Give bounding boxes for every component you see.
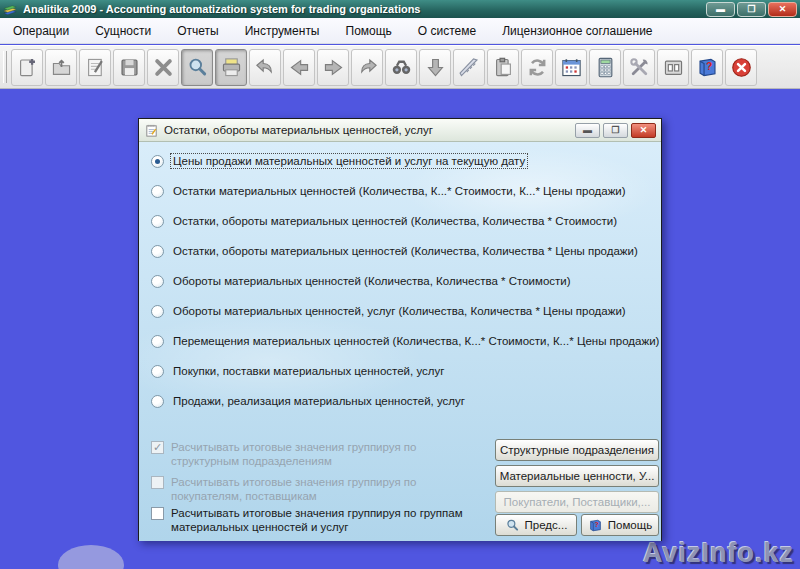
checkbox-label: Расчитывать итоговые значения группируя … <box>171 475 487 503</box>
down-arrow-icon[interactable] <box>419 49 451 86</box>
app-logo-icon <box>3 2 18 17</box>
window-close-button[interactable]: ✕ <box>768 2 797 17</box>
svg-text:?: ? <box>594 521 598 528</box>
save-icon[interactable] <box>113 49 145 86</box>
forward-arrow-icon[interactable] <box>317 49 349 86</box>
radio-icon[interactable] <box>151 365 164 378</box>
report-option-row[interactable]: Остатки, обороты материальных ценностей … <box>151 211 619 231</box>
application-window: Analitika 2009 - Accounting automatizati… <box>0 0 800 569</box>
report-selection-dialog: Остатки, обороты материальных ценностей,… <box>138 118 662 541</box>
report-option-row[interactable]: Перемещения материальных ценностей (Коли… <box>151 331 661 351</box>
report-option-row[interactable]: Покупки, поставки материальных ценностей… <box>151 361 446 381</box>
watermark-circle <box>58 545 124 569</box>
menu-about[interactable]: О системе <box>405 20 489 42</box>
radio-icon[interactable] <box>151 395 164 408</box>
dialog-maximize-button[interactable]: ❐ <box>603 123 628 138</box>
checkbox-label[interactable]: Расчитывать итоговые значения группируя … <box>171 506 487 534</box>
toolbar: ? <box>0 45 800 89</box>
checkbox-label: Расчитывать итоговые значения группируя … <box>171 440 487 468</box>
radio-icon[interactable] <box>151 185 164 198</box>
magnifier-icon <box>505 518 520 533</box>
menu-license[interactable]: Лицензионное соглашение <box>489 20 665 42</box>
redo-icon[interactable] <box>351 49 383 86</box>
report-option-row[interactable]: Остатки материальных ценностей (Количест… <box>151 181 628 201</box>
checkbox-icon[interactable] <box>151 507 164 520</box>
radio-icon[interactable] <box>151 305 164 318</box>
calculator-icon[interactable] <box>589 49 621 86</box>
print-icon[interactable] <box>215 49 247 86</box>
calendar-icon[interactable] <box>555 49 587 86</box>
help-book-icon: ? <box>588 518 603 533</box>
report-option-row[interactable]: Цены продажи материальных ценностей и ус… <box>151 151 527 171</box>
delete-icon[interactable] <box>147 49 179 86</box>
radio-icon[interactable] <box>151 245 164 258</box>
dialog-titlebar: Остатки, обороты материальных ценностей,… <box>139 119 661 142</box>
group-by-customers-checkbox-row: Расчитывать итоговые значения группируя … <box>151 475 487 503</box>
report-option-row[interactable]: Продажи, реализация материальных ценност… <box>151 391 467 411</box>
dialog-title: Остатки, обороты материальных ценностей,… <box>164 124 575 136</box>
preview-button[interactable]: Предс... <box>495 514 577 536</box>
menubar: Операции Сущности Отчеты Инструменты Пом… <box>0 18 800 44</box>
radio-icon[interactable] <box>151 215 164 228</box>
structural-units-button[interactable]: Структурные подразделения <box>495 439 659 461</box>
group-by-units-checkbox-row: Расчитывать итоговые значения группируя … <box>151 440 487 468</box>
menu-operations[interactable]: Операции <box>0 20 82 42</box>
window-titlebar: Analitika 2009 - Accounting automatizati… <box>0 0 800 18</box>
notepad-icon <box>144 123 159 138</box>
new-document-icon[interactable] <box>11 49 43 86</box>
exit-icon[interactable] <box>725 49 757 86</box>
edit-document-icon[interactable] <box>79 49 111 86</box>
paste-clipboard-icon[interactable] <box>487 49 519 86</box>
dialog-close-button[interactable]: ✕ <box>631 123 656 138</box>
window-title: Analitika 2009 - Accounting automatizati… <box>23 3 706 15</box>
report-option-row[interactable]: Обороты материальных ценностей (Количест… <box>151 271 573 291</box>
group-by-goods-checkbox-row[interactable]: Расчитывать итоговые значения группируя … <box>151 506 487 534</box>
card-file-icon[interactable] <box>657 49 689 86</box>
help-book-icon[interactable]: ? <box>691 49 723 86</box>
svg-text:?: ? <box>706 61 712 72</box>
window-maximize-button[interactable]: ❐ <box>737 2 766 17</box>
checkbox-icon <box>151 476 164 489</box>
tools-icon[interactable] <box>623 49 655 86</box>
binoculars-icon[interactable] <box>385 49 417 86</box>
customers-suppliers-button: Покупатели, Поставщики,... <box>495 491 659 513</box>
ruler-icon[interactable] <box>453 49 485 86</box>
checkbox-icon <box>151 441 164 454</box>
help-button[interactable]: ? Помощь <box>581 514 659 536</box>
menu-tools[interactable]: Инструменты <box>232 20 333 42</box>
dialog-body: Цены продажи материальных ценностей и ус… <box>139 142 661 541</box>
menu-help[interactable]: Помощь <box>333 20 405 42</box>
report-option-row[interactable]: Обороты материальных ценностей, услуг (К… <box>151 301 628 321</box>
dialog-minimize-button[interactable]: ▬ <box>575 123 600 138</box>
radio-icon[interactable] <box>151 275 164 288</box>
radio-icon[interactable] <box>151 155 164 168</box>
preview-icon[interactable] <box>181 49 213 86</box>
material-values-button[interactable]: Материальные ценности, У... <box>495 465 659 487</box>
undo-icon[interactable] <box>249 49 281 86</box>
menu-entities[interactable]: Сущности <box>82 20 164 42</box>
window-minimize-button[interactable]: ▬ <box>706 2 735 17</box>
report-option-row[interactable]: Остатки, обороты материальных ценностей … <box>151 241 640 261</box>
menu-reports[interactable]: Отчеты <box>164 20 231 42</box>
watermark-text: AvizInfo.kz <box>643 538 794 569</box>
refresh-icon[interactable] <box>521 49 553 86</box>
back-arrow-icon[interactable] <box>283 49 315 86</box>
toolbar-gripper[interactable] <box>3 51 7 83</box>
open-folder-icon[interactable] <box>45 49 77 86</box>
radio-icon[interactable] <box>151 335 164 348</box>
